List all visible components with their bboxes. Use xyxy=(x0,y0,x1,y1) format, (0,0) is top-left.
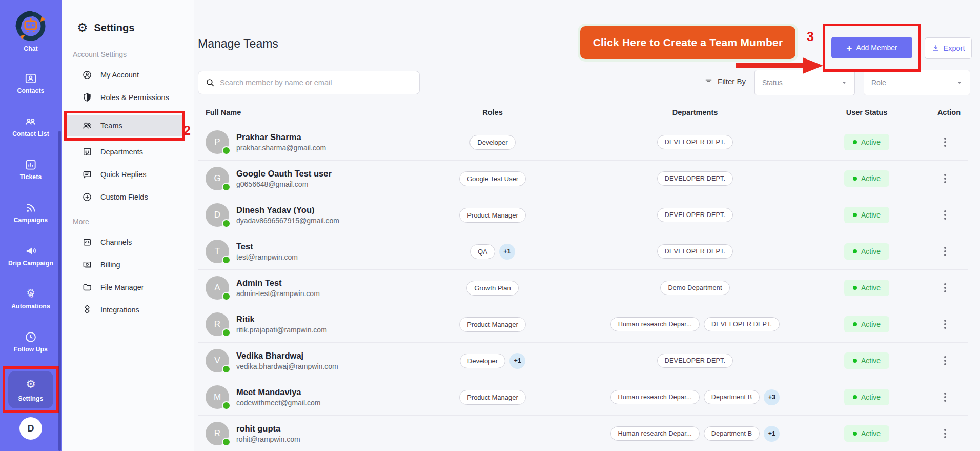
kebab-menu-icon[interactable] xyxy=(942,390,948,404)
avatar: M xyxy=(206,385,229,409)
member-name: Dinesh Yadav (You) xyxy=(236,205,339,215)
settings-item-integrations[interactable]: Integrations xyxy=(62,301,194,319)
settings-item-roles-permissions[interactable]: Roles & Permissions xyxy=(62,88,194,107)
active-dot-icon xyxy=(853,432,857,436)
member-name: Vedika Bhardwaj xyxy=(236,351,338,361)
avatar-initial: P xyxy=(214,137,220,147)
roles-cell: Growth Plan xyxy=(423,281,562,296)
settings-item-file-manager[interactable]: File Manager xyxy=(62,278,194,297)
avatar-initial: V xyxy=(214,356,220,366)
settings-item-channels[interactable]: Channels xyxy=(62,233,194,251)
kebab-menu-icon[interactable] xyxy=(942,245,948,258)
departments-cell: DEVELOPER DEPT. xyxy=(562,208,828,222)
department-chip: Department B xyxy=(704,390,760,404)
user-avatar[interactable]: D xyxy=(19,417,42,440)
roles-extra-badge[interactable]: +1 xyxy=(509,353,525,369)
department-chip: Department B xyxy=(704,426,760,441)
departments-extra-badge[interactable]: +1 xyxy=(764,426,780,442)
settings-item-quick-replies[interactable]: Quick Replies xyxy=(62,165,194,184)
departments-cell: DEVELOPER DEPT. xyxy=(562,354,828,368)
member-email: prakhar.sharma@gmail.com xyxy=(236,144,326,152)
table-row: P Prakhar Sharma prakhar.sharma@gmail.co… xyxy=(198,124,968,161)
status-text: Active xyxy=(861,320,881,328)
sidebar-scrollbar[interactable] xyxy=(58,131,61,451)
settings-panel-title: Settings xyxy=(94,22,135,34)
export-button[interactable]: Export xyxy=(925,37,972,59)
kebab-menu-icon[interactable] xyxy=(942,354,948,367)
section-more: More xyxy=(62,210,194,226)
gear-icon: ⚙ xyxy=(77,21,88,35)
person-circle-icon xyxy=(82,70,92,80)
filter-icon xyxy=(704,77,713,86)
role-chip: Google Test User xyxy=(459,171,526,186)
kebab-menu-icon[interactable] xyxy=(942,318,948,331)
kebab-menu-icon[interactable] xyxy=(942,427,948,440)
department-chip: DEVELOPER DEPT. xyxy=(657,208,733,222)
avatar-initial: R xyxy=(214,428,220,439)
table-row: R rohit gupta rohit@rampwin.com Human re… xyxy=(198,416,968,451)
search-input[interactable] xyxy=(220,79,412,87)
annotation-box-step2: Teams xyxy=(64,111,185,141)
sidebar-item-campaigns[interactable]: Campaigns xyxy=(14,201,48,225)
filter-by-label: Filter By xyxy=(704,77,746,86)
avatar-initial: M xyxy=(214,392,221,402)
role-chip: Developer xyxy=(460,354,505,368)
roles-cell: Product Manager xyxy=(423,208,562,223)
billing-icon xyxy=(82,260,92,270)
member-name: rohit gupta xyxy=(236,424,300,434)
kebab-menu-icon[interactable] xyxy=(942,208,948,222)
app-logo[interactable] xyxy=(14,9,48,43)
settings-item-teams[interactable]: Teams xyxy=(67,115,182,136)
department-chip: DEVELOPER DEPT. xyxy=(657,171,733,186)
table-header: Full Name Roles Departments User Status … xyxy=(198,101,968,124)
plus-icon: + xyxy=(846,43,852,53)
sidebar-item-automations[interactable]: ⚙⚙ Automations xyxy=(11,287,50,311)
sidebar-item-settings[interactable]: ⚙ Settings xyxy=(8,371,53,408)
online-status-dot xyxy=(223,220,230,227)
member-name: Ritik xyxy=(236,315,327,324)
channels-icon xyxy=(82,237,92,247)
sidebar-item-follow-ups[interactable]: Follow Ups xyxy=(14,330,48,354)
kebab-menu-icon[interactable] xyxy=(942,172,948,185)
settings-item-custom-fields[interactable]: Custom Fields xyxy=(62,188,194,206)
col-action: Action xyxy=(905,108,968,116)
status-text: Active xyxy=(861,138,881,146)
status-badge: Active xyxy=(844,352,889,369)
sidebar-item-contact-list[interactable]: Contact List xyxy=(12,115,49,139)
status-text: Active xyxy=(861,393,881,401)
page-title: Manage Teams xyxy=(198,37,278,51)
department-chip: Demo Department xyxy=(660,281,729,295)
role-filter-dropdown[interactable]: Role xyxy=(864,70,970,95)
sidebar-item-drip-campaign[interactable]: Drip Campaign xyxy=(8,244,53,268)
sidebar-item-chat[interactable]: Chat xyxy=(24,45,37,52)
status-badge: Active xyxy=(844,134,889,150)
section-account-settings: Account Settings xyxy=(62,35,194,58)
status-badge: Active xyxy=(844,170,889,187)
member-email: dyadav8696567915@gmail.com xyxy=(236,217,339,225)
avatar: P xyxy=(206,130,229,154)
departments-extra-badge[interactable]: +3 xyxy=(764,389,780,405)
active-dot-icon xyxy=(853,286,857,290)
settings-item-my-account[interactable]: My Account xyxy=(62,66,194,84)
roles-cell: QA+1 xyxy=(423,244,562,260)
table-row: M Meet Mandaviya codewithmeet@gmail.com … xyxy=(198,379,968,416)
departments-cell: Demo Department xyxy=(562,281,828,295)
roles-extra-badge[interactable]: +1 xyxy=(499,244,515,260)
status-text: Active xyxy=(861,429,881,438)
department-chip: DEVELOPER DEPT. xyxy=(704,317,780,331)
teams-settings-page: Chat Contacts Contact List Tickets xyxy=(0,0,980,451)
avatar: V xyxy=(206,349,229,372)
departments-cell: DEVELOPER DEPT. xyxy=(562,244,828,259)
shield-icon xyxy=(82,92,92,103)
kebab-menu-icon[interactable] xyxy=(942,135,948,149)
sidebar-item-tickets[interactable]: Tickets xyxy=(20,158,42,182)
settings-item-billing[interactable]: Billing xyxy=(62,256,194,274)
download-icon xyxy=(932,44,940,52)
search-box[interactable] xyxy=(198,71,420,94)
sidebar-item-contacts[interactable]: Contacts xyxy=(17,72,45,95)
department-chip: Human research Depar... xyxy=(610,317,700,331)
department-chip: DEVELOPER DEPT. xyxy=(657,354,733,368)
settings-item-departments[interactable]: Departments xyxy=(62,143,194,161)
add-member-button[interactable]: + Add Member xyxy=(831,37,912,58)
kebab-menu-icon[interactable] xyxy=(942,281,948,295)
